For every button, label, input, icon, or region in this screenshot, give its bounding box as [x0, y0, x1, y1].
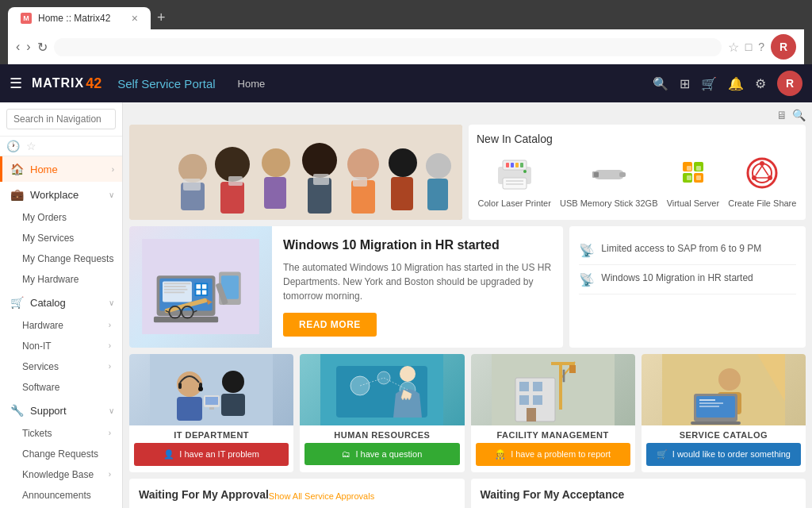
- svg-point-5: [262, 148, 290, 177]
- svg-point-24: [523, 170, 527, 173]
- sidebar-item-services[interactable]: Services›: [0, 356, 122, 377]
- hr-question-button[interactable]: 🗂 I have a question: [304, 443, 459, 465]
- new-tab-button[interactable]: +: [151, 6, 172, 29]
- svg-rect-83: [209, 407, 214, 410]
- grid-icon[interactable]: ⊞: [680, 76, 690, 91]
- usb-svg: [586, 154, 632, 192]
- svg-rect-12: [391, 177, 413, 210]
- maximize-icon[interactable]: 🔍: [792, 109, 806, 121]
- svg-rect-111: [699, 406, 719, 407]
- virtual-server-label: Virtual Server: [667, 198, 719, 209]
- logo: MATRIX 42: [32, 75, 102, 92]
- active-tab[interactable]: M Home :: Matrix42 ×: [8, 7, 151, 29]
- acceptance-section: Waiting For My Acceptance 👍 USB Memory S…: [471, 479, 806, 508]
- svg-point-79: [222, 371, 244, 393]
- extension-icon-1[interactable]: □: [745, 40, 752, 53]
- tab-favicon: M: [21, 13, 32, 24]
- svg-rect-28: [520, 163, 523, 167]
- svg-rect-27: [515, 163, 519, 167]
- svg-rect-102: [569, 365, 576, 373]
- svg-point-9: [347, 148, 379, 180]
- fav-star-icon[interactable]: ☆: [26, 140, 36, 152]
- svg-rect-6: [264, 177, 286, 209]
- sidebar-item-knowledge-base[interactable]: Knowledge Base›: [0, 464, 122, 485]
- forward-button[interactable]: ›: [26, 40, 30, 54]
- sidebar-item-my-orders[interactable]: My Orders: [0, 207, 122, 228]
- notification-icon-1: 📡: [579, 243, 595, 258]
- support-arrow: ∨: [109, 406, 114, 415]
- dept-card-service: SERVICE CATALOG 🛒 I would like to order …: [642, 354, 806, 472]
- extension-icon-2[interactable]: ?: [758, 40, 764, 53]
- dept-card-hr: HUMAN RESOURCES 🗂 I have a question: [300, 354, 464, 472]
- search-icon[interactable]: 🔍: [653, 76, 668, 91]
- it-dept-illustration: [150, 354, 273, 425]
- sidebar-item-home[interactable]: 🏠 Home ›: [0, 156, 122, 182]
- catalog-item-usb[interactable]: USB Memory Stick 32GB: [560, 153, 657, 209]
- hamburger-menu[interactable]: ☰: [10, 75, 22, 92]
- sidebar-item-software[interactable]: Software: [0, 377, 122, 398]
- svg-point-89: [400, 366, 416, 382]
- dept-label-service: SERVICE CATALOG: [642, 425, 806, 443]
- breadcrumb[interactable]: Home: [238, 78, 266, 90]
- svg-rect-73: [150, 354, 273, 425]
- dept-image-service: [642, 354, 806, 425]
- read-more-button[interactable]: READ MORE: [283, 313, 377, 337]
- it-problem-button[interactable]: 👤 I have an IT problem: [134, 443, 289, 466]
- svg-rect-37: [687, 166, 691, 171]
- svg-point-13: [426, 153, 451, 179]
- sidebar-workplace-label: Workplace: [30, 189, 79, 201]
- hero-illustration: [129, 125, 462, 220]
- sidebar: 🕐 ☆ 🏠 Home › 💼 Workplace ∨ My Orders My …: [0, 102, 123, 508]
- facility-btn-label: I have a problem to report: [511, 449, 611, 459]
- sidebar-item-workplace[interactable]: 💼 Workplace ∨: [0, 182, 122, 207]
- svg-point-11: [389, 148, 417, 177]
- svg-rect-76: [178, 383, 182, 389]
- sidebar-item-catalog[interactable]: 🛒 Catalog ∨: [0, 290, 122, 315]
- show-all-approvals-link[interactable]: Show All Service Approvals: [269, 491, 374, 501]
- svg-rect-31: [594, 172, 599, 177]
- sidebar-item-support[interactable]: 🔧 Support ∨: [0, 398, 122, 423]
- svg-point-1: [178, 154, 207, 183]
- back-button[interactable]: ‹: [16, 40, 20, 54]
- user-avatar[interactable]: R: [777, 71, 802, 96]
- settings-icon[interactable]: ⚙: [755, 76, 766, 91]
- svg-rect-58: [196, 285, 201, 290]
- fav-clock-icon[interactable]: 🕐: [6, 140, 20, 152]
- service-order-button[interactable]: 🛒 I would like to order something: [646, 443, 801, 466]
- notification-item-1: 📡 Limited access to SAP from 6 to 9 PM: [579, 236, 796, 265]
- hr-btn-label: I have a question: [355, 449, 422, 459]
- sidebar-search-input[interactable]: [6, 109, 116, 129]
- main-layout: 🕐 ☆ 🏠 Home › 💼 Workplace ∨ My Orders My …: [0, 102, 812, 508]
- bottom-row: Waiting For My Approval Show All Service…: [129, 479, 806, 508]
- svg-rect-56: [164, 292, 185, 294]
- sidebar-item-change-requests[interactable]: Change Requests: [0, 444, 122, 464]
- catalog-item-file-share[interactable]: Create File Share: [728, 153, 796, 209]
- bell-icon[interactable]: 🔔: [728, 76, 744, 91]
- cart-icon[interactable]: 🛒: [701, 76, 717, 91]
- approval-title: Waiting For My Approval: [139, 488, 269, 501]
- sidebar-item-non-it[interactable]: Non-IT›: [0, 336, 122, 356]
- svg-point-105: [718, 368, 741, 391]
- tab-close-button[interactable]: ×: [132, 12, 138, 25]
- user-avatar-browser[interactable]: R: [771, 34, 796, 60]
- screen-icon[interactable]: 🖥: [776, 109, 787, 121]
- address-input[interactable]: [54, 38, 722, 56]
- refresh-button[interactable]: ↻: [37, 40, 48, 55]
- sidebar-item-my-change-requests[interactable]: My Change Requests: [0, 248, 122, 269]
- bookmark-button[interactable]: ☆: [728, 40, 739, 55]
- catalog-item-virtual-server[interactable]: Virtual Server: [667, 153, 719, 209]
- svg-rect-61: [202, 291, 207, 295]
- svg-rect-18: [353, 177, 367, 187]
- sidebar-item-tickets[interactable]: Tickets›: [0, 423, 122, 444]
- catalog-item-printer[interactable]: Color Laser Printer: [478, 153, 551, 209]
- dept-card-it: IT DEPARTMENT 👤 I have an IT problem: [129, 354, 293, 472]
- sidebar-item-my-services[interactable]: My Services: [0, 228, 122, 248]
- sidebar-item-hardware[interactable]: Hardware›: [0, 315, 122, 336]
- sidebar-item-my-hardware[interactable]: My Hardware: [0, 269, 122, 290]
- facility-report-button[interactable]: 👷 I have a problem to report: [476, 443, 630, 466]
- notifications-panel: 📡 Limited access to SAP from 6 to 9 PM 📡…: [569, 226, 806, 348]
- svg-rect-53: [164, 283, 190, 285]
- facility-btn-icon: 👷: [495, 449, 506, 460]
- sidebar-item-announcements[interactable]: Announcements: [0, 485, 122, 506]
- svg-rect-15: [183, 179, 201, 190]
